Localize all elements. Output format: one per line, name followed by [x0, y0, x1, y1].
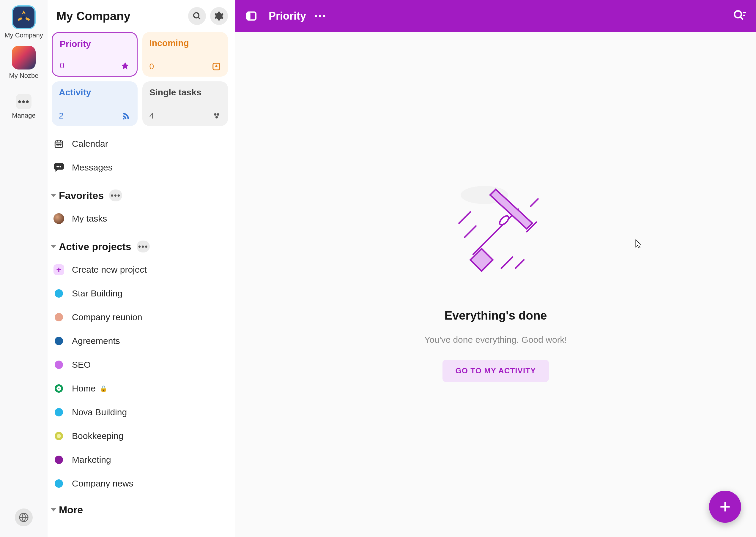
lock-icon: 🔒: [100, 385, 107, 392]
gear-icon: [214, 11, 224, 21]
card-activity[interactable]: Activity 2: [52, 81, 138, 126]
section-more[interactable]: More: [52, 498, 230, 521]
topbar-more-button[interactable]: •••: [314, 11, 327, 21]
project-label: Company news: [72, 478, 133, 489]
section-active-projects[interactable]: Active projects •••: [52, 235, 230, 258]
project-item[interactable]: SEO: [52, 353, 230, 377]
airplane-illustration: [439, 175, 552, 288]
section-active-title: Active projects: [59, 241, 131, 252]
svg-line-29: [465, 226, 476, 237]
card-priority-count: 0: [60, 61, 65, 70]
svg-point-12: [57, 144, 58, 145]
sidebar-scroll[interactable]: Priority 0 Incoming 0: [48, 32, 235, 537]
section-favorites[interactable]: Favorites •••: [52, 184, 230, 207]
dots-cluster-icon: [212, 112, 221, 120]
workspace-my-company[interactable]: My Company: [0, 4, 48, 44]
svg-point-20: [734, 11, 741, 18]
project-color-dot: [55, 384, 63, 392]
card-incoming[interactable]: Incoming 0: [142, 32, 228, 77]
svg-rect-19: [247, 12, 250, 20]
avatar-icon: [54, 213, 64, 224]
chevron-down-icon: [51, 245, 57, 248]
search-button[interactable]: [188, 7, 206, 25]
empty-state: Everything's done You've done everything…: [424, 175, 567, 382]
messages-icon: [53, 162, 65, 174]
workspace-manage[interactable]: ••• Manage: [0, 92, 48, 124]
svg-line-26: [531, 199, 538, 206]
svg-line-31: [515, 260, 524, 268]
topbar-filter-button[interactable]: [733, 9, 746, 23]
project-label: Bookkeeping: [72, 431, 123, 441]
project-label: SEO: [72, 360, 91, 370]
favorite-my-tasks[interactable]: My tasks: [52, 207, 230, 230]
empty-subtitle: You've done everything. Good work!: [424, 335, 567, 345]
card-activity-count: 2: [59, 111, 64, 121]
project-item[interactable]: Home🔒: [52, 377, 230, 400]
search-icon: [193, 12, 201, 21]
main-panel: Priority •••: [235, 0, 756, 537]
project-item[interactable]: Nova Building: [52, 400, 230, 424]
settings-button[interactable]: [210, 7, 228, 25]
project-label: Agreements: [72, 336, 120, 346]
collapse-sidebar-button[interactable]: [245, 10, 258, 22]
project-item[interactable]: Bookkeeping: [52, 424, 230, 448]
topbar-title: Priority: [269, 10, 306, 22]
sidebar-title: My Company: [57, 10, 184, 23]
svg-point-7: [215, 116, 218, 118]
workspace-company-icon: [12, 5, 36, 29]
active-more-button[interactable]: •••: [137, 241, 150, 252]
card-single-tasks[interactable]: Single tasks 4: [142, 81, 228, 126]
topbar: Priority •••: [235, 0, 756, 32]
card-priority-title: Priority: [60, 39, 130, 49]
workspace-my-nozbe[interactable]: My Nozbe: [0, 44, 48, 84]
svg-point-6: [217, 113, 219, 115]
workspace-rail: My Company My Nozbe ••• Manage: [0, 0, 48, 537]
project-item[interactable]: Company news: [52, 472, 230, 495]
svg-point-5: [214, 113, 216, 115]
favorites-more-button[interactable]: •••: [109, 189, 122, 201]
svg-line-28: [459, 212, 470, 223]
card-incoming-count: 0: [150, 62, 154, 71]
card-single-title: Single tasks: [150, 87, 221, 98]
project-color-dot: [55, 432, 63, 440]
project-color-dot: [55, 479, 63, 488]
nav-messages[interactable]: Messages: [52, 156, 230, 180]
card-single-count: 4: [150, 111, 154, 121]
section-more-title: More: [59, 504, 83, 516]
project-item[interactable]: Marketing: [52, 448, 230, 472]
workspace-manage-label: Manage: [12, 112, 36, 119]
svg-point-15: [57, 166, 58, 168]
project-color-dot: [55, 360, 63, 369]
plus-icon: +: [720, 496, 731, 518]
svg-point-25: [498, 215, 510, 226]
globe-icon: [19, 512, 29, 522]
project-color-dot: [55, 337, 63, 345]
chevron-down-icon: [51, 508, 57, 512]
project-item[interactable]: Company reunion: [52, 305, 230, 329]
add-task-fab[interactable]: +: [709, 491, 741, 523]
card-incoming-title: Incoming: [150, 38, 221, 48]
nav-messages-label: Messages: [72, 162, 112, 173]
nav-calendar-label: Calendar: [72, 139, 108, 149]
project-item[interactable]: Agreements: [52, 329, 230, 353]
workspace-nozbe-label: My Nozbe: [9, 72, 38, 80]
go-to-activity-button[interactable]: GO TO MY ACTIVITY: [442, 360, 549, 382]
project-color-dot: [55, 408, 63, 416]
nav-calendar[interactable]: Calendar: [52, 132, 230, 156]
card-priority[interactable]: Priority 0: [52, 32, 138, 77]
empty-title: Everything's done: [444, 309, 547, 322]
project-list: Star BuildingCompany reunionAgreementsSE…: [52, 282, 230, 495]
svg-line-21: [740, 17, 743, 20]
project-item[interactable]: Star Building: [52, 282, 230, 305]
content: Everything's done You've done everything…: [235, 32, 756, 537]
globe-button[interactable]: [15, 509, 33, 526]
project-color-dot: [55, 313, 63, 321]
project-color-dot: [55, 289, 63, 298]
section-favorites-title: Favorites: [59, 190, 104, 201]
svg-point-16: [58, 166, 60, 168]
rss-icon: [121, 111, 130, 120]
plus-icon: +: [54, 264, 64, 275]
svg-point-0: [22, 16, 25, 19]
summary-cards: Priority 0 Incoming 0: [52, 32, 230, 126]
create-project-button[interactable]: + Create new project: [52, 258, 230, 282]
